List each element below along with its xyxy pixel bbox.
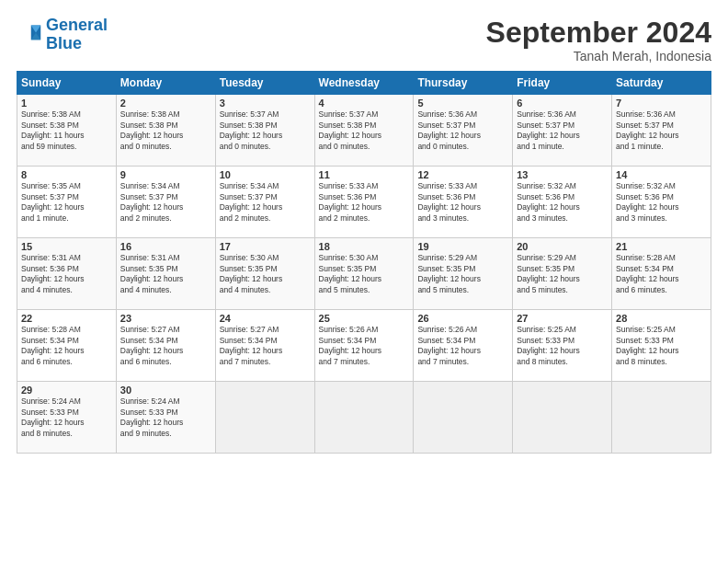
table-cell: 30Sunrise: 5:24 AMSunset: 5:33 PMDayligh… [116, 382, 215, 454]
table-row: 8Sunrise: 5:35 AMSunset: 5:37 PMDaylight… [17, 167, 711, 238]
table-cell: 6Sunrise: 5:36 AMSunset: 5:37 PMDaylight… [513, 95, 612, 167]
table-cell: 21Sunrise: 5:28 AMSunset: 5:34 PMDayligh… [612, 238, 711, 310]
col-tue: Tuesday [215, 72, 314, 95]
table-cell: 22Sunrise: 5:28 AMSunset: 5:34 PMDayligh… [17, 310, 117, 382]
header: General Blue September 2024 Tanah Merah,… [17, 17, 711, 63]
table-cell [215, 382, 314, 454]
table-cell: 18Sunrise: 5:30 AMSunset: 5:35 PMDayligh… [314, 238, 414, 310]
logo-line1: General [46, 16, 108, 34]
logo-line2: Blue [46, 35, 108, 53]
logo-text: General Blue [46, 17, 108, 53]
table-cell: 29Sunrise: 5:24 AMSunset: 5:33 PMDayligh… [17, 382, 117, 454]
header-row: Sunday Monday Tuesday Wednesday Thursday… [17, 72, 711, 95]
table-cell: 5Sunrise: 5:36 AMSunset: 5:37 PMDaylight… [414, 95, 513, 167]
table-row: 22Sunrise: 5:28 AMSunset: 5:34 PMDayligh… [17, 310, 711, 382]
table-cell: 7Sunrise: 5:36 AMSunset: 5:37 PMDaylight… [612, 95, 711, 167]
table-row: 15Sunrise: 5:31 AMSunset: 5:36 PMDayligh… [17, 238, 711, 310]
calendar-table: Sunday Monday Tuesday Wednesday Thursday… [17, 71, 711, 454]
table-cell: 20Sunrise: 5:29 AMSunset: 5:35 PMDayligh… [513, 238, 612, 310]
col-fri: Friday [513, 72, 612, 95]
col-sat: Saturday [612, 72, 711, 95]
table-cell [314, 382, 414, 454]
table-cell: 16Sunrise: 5:31 AMSunset: 5:35 PMDayligh… [116, 238, 215, 310]
page: General Blue September 2024 Tanah Merah,… [0, 0, 728, 563]
table-cell: 9Sunrise: 5:34 AMSunset: 5:37 PMDaylight… [116, 167, 215, 238]
table-cell: 8Sunrise: 5:35 AMSunset: 5:37 PMDaylight… [17, 167, 117, 238]
table-cell: 1Sunrise: 5:38 AMSunset: 5:38 PMDaylight… [17, 95, 117, 167]
table-cell: 3Sunrise: 5:37 AMSunset: 5:38 PMDaylight… [215, 95, 314, 167]
table-cell: 27Sunrise: 5:25 AMSunset: 5:33 PMDayligh… [513, 310, 612, 382]
col-wed: Wednesday [314, 72, 414, 95]
table-row: 1Sunrise: 5:38 AMSunset: 5:38 PMDaylight… [17, 95, 711, 167]
table-cell: 2Sunrise: 5:38 AMSunset: 5:38 PMDaylight… [116, 95, 215, 167]
table-cell: 13Sunrise: 5:32 AMSunset: 5:36 PMDayligh… [513, 167, 612, 238]
table-cell: 19Sunrise: 5:29 AMSunset: 5:35 PMDayligh… [414, 238, 513, 310]
title-block: September 2024 Tanah Merah, Indonesia [486, 17, 711, 63]
table-cell [513, 382, 612, 454]
logo-icon [17, 22, 42, 48]
logo: General Blue [17, 17, 108, 53]
table-cell: 15Sunrise: 5:31 AMSunset: 5:36 PMDayligh… [17, 238, 117, 310]
month-title: September 2024 [486, 17, 711, 49]
location: Tanah Merah, Indonesia [486, 49, 711, 63]
col-mon: Monday [116, 72, 215, 95]
table-cell [414, 382, 513, 454]
table-cell: 14Sunrise: 5:32 AMSunset: 5:36 PMDayligh… [612, 167, 711, 238]
table-cell: 12Sunrise: 5:33 AMSunset: 5:36 PMDayligh… [414, 167, 513, 238]
table-cell: 28Sunrise: 5:25 AMSunset: 5:33 PMDayligh… [612, 310, 711, 382]
col-sun: Sunday [17, 72, 117, 95]
table-cell: 23Sunrise: 5:27 AMSunset: 5:34 PMDayligh… [116, 310, 215, 382]
table-cell: 10Sunrise: 5:34 AMSunset: 5:37 PMDayligh… [215, 167, 314, 238]
table-cell: 26Sunrise: 5:26 AMSunset: 5:34 PMDayligh… [414, 310, 513, 382]
table-cell: 11Sunrise: 5:33 AMSunset: 5:36 PMDayligh… [314, 167, 414, 238]
table-row: 29Sunrise: 5:24 AMSunset: 5:33 PMDayligh… [17, 382, 711, 454]
table-cell: 25Sunrise: 5:26 AMSunset: 5:34 PMDayligh… [314, 310, 414, 382]
col-thu: Thursday [414, 72, 513, 95]
table-cell [612, 382, 711, 454]
table-cell: 24Sunrise: 5:27 AMSunset: 5:34 PMDayligh… [215, 310, 314, 382]
table-cell: 4Sunrise: 5:37 AMSunset: 5:38 PMDaylight… [314, 95, 414, 167]
table-cell: 17Sunrise: 5:30 AMSunset: 5:35 PMDayligh… [215, 238, 314, 310]
